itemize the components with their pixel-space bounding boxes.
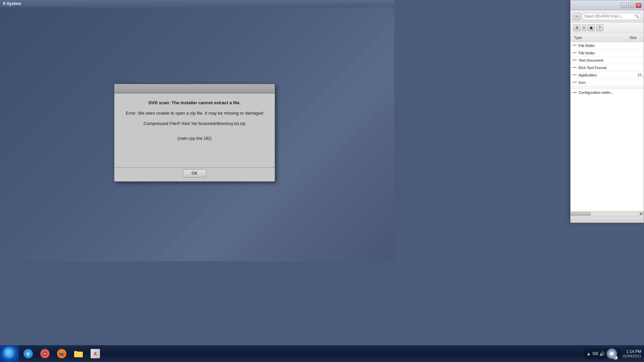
close-button[interactable]: ✕ <box>636 3 642 8</box>
horizontal-scrollbar[interactable]: ▶ <box>571 211 644 216</box>
dvd-tray-icon[interactable]: E: <box>606 348 618 359</box>
search-icon: 🔍 <box>635 14 639 18</box>
svg-rect-6 <box>74 352 83 357</box>
taskbar-folder-button[interactable] <box>70 346 87 361</box>
file-icon <box>572 43 577 48</box>
file-icon <box>572 50 577 56</box>
file-icon <box>572 65 577 70</box>
keyboard-icon: ⌨ <box>592 351 598 356</box>
ok-button[interactable]: OK <box>183 169 206 177</box>
view-toolbar: ☰ ▾ ▣ ? <box>571 22 644 33</box>
xsystem-titlebar: X-System <box>0 0 394 7</box>
taskbar-wmp-button[interactable] <box>37 346 53 361</box>
clock-date: 02/04/2011 <box>623 354 641 358</box>
list-separator <box>571 86 644 89</box>
help-button[interactable]: ? <box>596 24 603 31</box>
dialog-window: DVD scan: The installer cannot extract a… <box>114 84 275 182</box>
ie-icon: e <box>23 349 33 358</box>
preview-button[interactable]: ▣ <box>587 24 595 31</box>
file-type: Icon <box>579 80 631 84</box>
explorer-status-bar <box>571 216 644 223</box>
file-list: File folder File folder Text Document Ri… <box>571 42 644 211</box>
xsystem-title: X-System <box>3 1 21 6</box>
scrollbar-thumb[interactable] <box>571 212 591 216</box>
taskbar-clock[interactable]: 1:14 PM 02/04/2011 <box>623 349 641 358</box>
start-orb-inner <box>5 349 14 358</box>
explorer-titlebar: – □ ✕ <box>571 0 644 10</box>
taskbar-xsystem-button[interactable]: X <box>87 346 103 361</box>
list-item[interactable]: Application 12, <box>571 71 644 79</box>
taskbar-apps: e <box>19 345 105 362</box>
taskbar: e <box>0 345 644 362</box>
file-icon <box>572 80 577 85</box>
ff-icon <box>57 349 66 358</box>
dvd-label: E: <box>614 356 618 359</box>
scroll-right-button[interactable]: ▶ <box>639 212 644 216</box>
dialog-overlay: DVD scan: The installer cannot extract a… <box>114 84 275 182</box>
file-size: 12, <box>631 73 642 77</box>
config-type: Configuration settin... <box>579 90 642 95</box>
file-type: File folder <box>579 44 631 48</box>
wmp-icon <box>40 349 50 358</box>
explorer-toolbar: ⇦ Search BD-ROM Drive (... 🔍 <box>571 10 644 22</box>
file-type: File folder <box>579 51 631 55</box>
taskbar-ff-button[interactable] <box>54 346 70 361</box>
search-box[interactable]: Search BD-ROM Drive (... 🔍 <box>582 13 642 20</box>
list-item[interactable]: File folder <box>571 49 644 57</box>
dialog-titlebar <box>114 84 275 94</box>
system-tray: ▲ ⌨ 🔊 E: <box>583 348 620 359</box>
search-text: Search BD-ROM Drive (... <box>584 14 635 18</box>
view-dropdown-button[interactable]: ▾ <box>582 24 586 31</box>
dialog-body: DVD scan: The installer cannot extract a… <box>114 94 275 167</box>
file-icon <box>572 72 577 78</box>
dialog-line1: DVD scan: The installer cannot extract a… <box>149 100 241 105</box>
list-view-button[interactable]: ☰ <box>573 24 581 31</box>
taskbar-right: ▲ ⌨ 🔊 E: 1:14 PM 02/04/2011 <box>583 348 644 359</box>
clock-time: 1:14 PM <box>626 349 641 354</box>
maximize-button[interactable]: □ <box>628 3 634 8</box>
speaker-icon[interactable]: 🔊 <box>599 351 605 356</box>
file-type: Text Document <box>579 58 631 62</box>
file-explorer-panel: – □ ✕ ⇦ Search BD-ROM Drive (... 🔍 ☰ ▾ ▣… <box>570 0 644 223</box>
list-item[interactable]: File folder <box>571 42 644 49</box>
list-item[interactable]: Text Document <box>571 57 644 64</box>
column-headers: Type Size <box>571 33 644 42</box>
list-item[interactable]: Configuration settin... <box>571 89 644 96</box>
start-orb <box>3 347 16 360</box>
back-button[interactable]: ⇦ <box>573 13 581 20</box>
type-column-header[interactable]: Type <box>573 33 628 42</box>
list-item[interactable]: Icon <box>571 79 644 86</box>
file-icon <box>572 58 577 63</box>
xsys-icon: X <box>91 349 100 358</box>
dialog-footer: OK <box>114 167 275 181</box>
start-button[interactable] <box>0 345 19 362</box>
size-column-header[interactable]: Size <box>628 33 642 42</box>
list-item[interactable]: Rich Text Format <box>571 64 644 71</box>
config-icon <box>572 90 577 95</box>
taskbar-ie-button[interactable]: e <box>20 346 36 361</box>
dialog-line4: (main.cpp line 182) <box>177 136 212 141</box>
file-type: Rich Text Format <box>579 66 631 70</box>
tray-icon-1[interactable]: ▲ <box>586 351 591 356</box>
file-type: Application <box>579 73 631 77</box>
dialog-line3: Compressed File/F:\Not Yet Scanned/direc… <box>144 121 246 126</box>
folder-icon <box>74 349 83 358</box>
minimize-button[interactable]: – <box>621 3 627 8</box>
dialog-line2: Error: We were unable to open a zip file… <box>126 111 263 116</box>
